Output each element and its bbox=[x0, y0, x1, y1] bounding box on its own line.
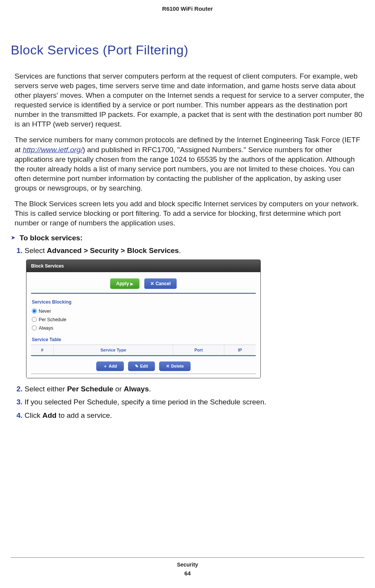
add-button[interactable]: ＋Add bbox=[96, 361, 124, 371]
paragraph-intro: Services are functions that server compu… bbox=[15, 71, 364, 129]
col-port: Port bbox=[173, 345, 224, 355]
delete-button-label: Delete bbox=[171, 364, 184, 368]
radio-per-schedule-label: Per Schedule bbox=[39, 316, 66, 323]
radio-never[interactable]: Never bbox=[26, 307, 260, 315]
step-4: Click Add to add a service. bbox=[25, 410, 364, 421]
step-2-always: Always bbox=[124, 385, 149, 393]
step-4-add: Add bbox=[42, 411, 56, 419]
paragraph-ietf: The service numbers for many common prot… bbox=[15, 135, 364, 192]
col-service-type: Service Type bbox=[54, 345, 173, 355]
services-blocking-label: Services Blocking bbox=[26, 298, 260, 307]
footer-rule bbox=[11, 557, 364, 558]
running-header: R6100 WiFi Router bbox=[11, 5, 364, 12]
col-ip: IP bbox=[224, 345, 256, 355]
paragraph-block-services: The Block Services screen lets you add a… bbox=[15, 199, 364, 228]
radio-per-schedule[interactable]: Per Schedule bbox=[26, 315, 260, 324]
edit-button[interactable]: ✎Edit bbox=[128, 361, 155, 371]
radio-per-schedule-input[interactable] bbox=[32, 317, 37, 322]
chevron-right-icon: ➤ bbox=[11, 234, 16, 241]
step-2-text-c: or bbox=[113, 385, 123, 393]
step-2-per-schedule: Per Schedule bbox=[67, 385, 113, 393]
step-2: Select either Per Schedule or Always. bbox=[25, 384, 364, 395]
step-4-text-a: Click bbox=[25, 411, 42, 419]
col-number: # bbox=[31, 345, 54, 355]
step-1: Select Advanced > Security > Block Servi… bbox=[25, 245, 364, 378]
step-2-text-e: . bbox=[149, 385, 151, 393]
step-2-text-a: Select either bbox=[25, 385, 67, 393]
apply-button[interactable]: Apply▶ bbox=[110, 278, 140, 289]
cancel-button-label: Cancel bbox=[156, 281, 171, 286]
step-1-text-c: . bbox=[179, 246, 181, 255]
delete-button[interactable]: ✕Delete bbox=[159, 361, 191, 371]
cancel-button[interactable]: ✕Cancel bbox=[144, 278, 177, 289]
procedure-label: To block services: bbox=[20, 234, 82, 242]
play-icon: ▶ bbox=[130, 282, 133, 286]
edit-button-label: Edit bbox=[140, 364, 148, 368]
step-4-text-c: to add a service. bbox=[56, 411, 112, 419]
service-table-header: # Service Type Port IP bbox=[31, 345, 256, 356]
block-services-screenshot: Block Services Apply▶ ✕Cancel Services B… bbox=[26, 260, 261, 378]
plus-icon: ＋ bbox=[103, 364, 107, 368]
procedure-heading: ➤To block services: bbox=[11, 234, 364, 242]
ietf-link[interactable]: http://www.ietf.org/ bbox=[23, 146, 82, 154]
step-1-navpath: Advanced > Security > Block Services bbox=[47, 246, 179, 255]
radio-always-label: Always bbox=[39, 325, 53, 332]
radio-always-input[interactable] bbox=[32, 325, 37, 330]
service-table-label: Service Table bbox=[26, 335, 260, 345]
footer-section: Security bbox=[0, 562, 375, 568]
apply-button-label: Apply bbox=[116, 281, 129, 286]
add-button-label: Add bbox=[109, 364, 117, 368]
pencil-icon: ✎ bbox=[135, 364, 138, 368]
radio-never-input[interactable] bbox=[32, 309, 37, 314]
radio-never-label: Never bbox=[39, 308, 51, 315]
close-icon: ✕ bbox=[166, 364, 169, 368]
radio-always[interactable]: Always bbox=[26, 324, 260, 332]
step-1-text-a: Select bbox=[25, 246, 47, 255]
panel-title: Block Services bbox=[26, 260, 260, 272]
step-3: If you selected Per Schedule, specify a … bbox=[25, 397, 364, 408]
page-number: 64 bbox=[0, 570, 375, 577]
close-icon: ✕ bbox=[150, 281, 154, 286]
section-heading: Block Services (Port Filtering) bbox=[11, 43, 364, 57]
